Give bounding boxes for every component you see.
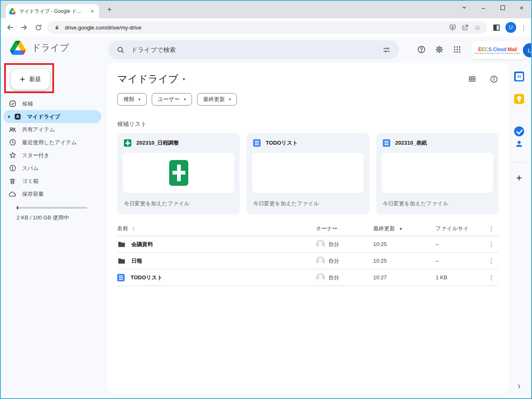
lock-icon [52, 23, 62, 32]
row-more-icon[interactable]: ⋮ [484, 257, 499, 265]
share-icon[interactable] [461, 23, 470, 32]
screenshot-root: マイドライブ - Google ドライブ × + – × drive.goo [0, 0, 532, 399]
sidebar-item-starred[interactable]: スター付き [1, 149, 101, 162]
window-maximize-button[interactable] [493, 1, 512, 14]
browser-tab-strip: マイドライブ - Google ドライブ × + – × [1, 1, 531, 18]
row-more-icon[interactable]: ⋮ [484, 241, 499, 248]
sidebar-item-storage[interactable]: 保存容量 [1, 187, 101, 200]
suggestion-card[interactable]: 202310_表紙 今日変更を加えたファイル [376, 133, 499, 214]
rail-divider [513, 162, 525, 163]
trash-icon [8, 177, 17, 185]
sidebar-item-my-drive[interactable]: マイドライブ [3, 110, 101, 123]
side-panel-icon[interactable] [491, 22, 501, 32]
annotation-red-box: + 新規 [4, 63, 54, 93]
docs-file-icon [117, 274, 125, 281]
tab-title: マイドライブ - Google ドライブ [19, 8, 86, 15]
sheets-file-icon [124, 139, 131, 147]
calendar-icon[interactable]: 31 [514, 71, 524, 81]
drive-app-name: ドライブ [32, 42, 69, 54]
window-minimize-button[interactable]: – [474, 1, 493, 14]
forward-icon[interactable] [19, 22, 29, 32]
window-close-button[interactable]: × [512, 1, 531, 14]
search-input[interactable]: ドライブで検索 [131, 46, 376, 54]
chevron-down-icon: ▾ [184, 97, 186, 101]
drive-favicon [9, 8, 16, 15]
table-row[interactable]: TODOリスト 自分 10:27 1 KB ⋮ [117, 269, 499, 286]
title-dropdown-icon[interactable]: ▾ [182, 76, 185, 82]
star-icon [8, 151, 17, 160]
browser-menu-icon[interactable]: ⋮ [520, 24, 527, 32]
table-row[interactable]: 日報 自分 10:25 – ⋮ [117, 253, 499, 269]
row-more-icon[interactable]: ⋮ [484, 274, 499, 281]
sidebar-item-recent[interactable]: 最近使用したアイテム [1, 136, 101, 149]
file-thumbnail [382, 153, 493, 193]
sidebar-nav: 候補 マイドライブ 共有アイテム 最近使用したアイテム [1, 97, 101, 200]
expand-caret-icon[interactable] [8, 115, 10, 118]
column-modified[interactable]: 最終更新 [373, 225, 395, 232]
keep-icon[interactable] [514, 94, 524, 104]
sort-descending-icon: ▼ [399, 227, 403, 231]
page-title: マイドライブ [117, 72, 178, 86]
docs-file-icon [253, 139, 261, 147]
drive-logo-icon [10, 41, 26, 55]
search-options-icon[interactable] [382, 45, 392, 55]
sidebar-item-spam[interactable]: スパム [1, 162, 101, 175]
owner-avatar [316, 240, 325, 249]
back-icon[interactable] [5, 22, 15, 32]
url-text: drive.google.com/drive/my-drive [65, 25, 445, 31]
header-more-icon[interactable]: ⋮ [484, 225, 499, 232]
browser-profile-avatar[interactable]: U [505, 22, 516, 33]
browser-toolbar: drive.google.com/drive/my-drive ☆ U ⋮ [1, 18, 531, 37]
suggestion-card[interactable]: 202310_日程調整 今日変更を加えたファイル [117, 133, 240, 214]
drive-search-bar[interactable]: ドライブで検索 [108, 40, 399, 59]
workspace-side-rail: 31 + › [507, 37, 531, 398]
sort-ascending-icon[interactable]: ↑ [132, 225, 135, 232]
column-size[interactable]: ファイルサイ [436, 225, 484, 232]
tasks-icon[interactable] [514, 126, 524, 136]
apps-grid-icon[interactable] [452, 44, 462, 54]
bookmark-star-icon[interactable]: ☆ [473, 23, 482, 32]
column-owner[interactable]: オーナー [316, 225, 373, 232]
folder-icon [117, 257, 126, 265]
suggestions-label: 候補リスト [117, 121, 499, 128]
collapse-panel-icon[interactable]: › [517, 382, 520, 390]
install-icon[interactable] [448, 23, 457, 32]
new-button[interactable]: + 新規 [11, 69, 50, 90]
filter-chip-modified[interactable]: 最終更新 ▾ [197, 93, 237, 106]
owner-avatar [316, 273, 325, 282]
main-content-panel: マイドライブ ▾ 種類 ▾ ユーザー ▾ [107, 63, 509, 392]
contacts-icon[interactable] [514, 139, 524, 149]
drive-logo-row[interactable]: ドライブ [10, 41, 69, 55]
tab-search-chevron-icon[interactable] [455, 1, 474, 14]
clock-icon [8, 138, 17, 147]
new-tab-button[interactable]: + [107, 6, 112, 13]
column-name[interactable]: 名前 [117, 225, 128, 232]
address-bar[interactable]: drive.google.com/drive/my-drive ☆ [47, 21, 487, 34]
file-thumbnail [123, 153, 234, 193]
search-icon [116, 45, 126, 55]
folder-icon [117, 240, 126, 249]
suggestion-cards: 202310_日程調整 今日変更を加えたファイル TODOリスト 今日変更を加え… [117, 133, 499, 214]
sidebar-item-suggested[interactable]: 候補 [1, 97, 101, 110]
storage-usage-text: 2 KB / 100 GB 使用中 [17, 214, 69, 222]
filter-chip-user[interactable]: ユーザー ▾ [152, 93, 192, 106]
info-icon[interactable] [489, 74, 499, 84]
table-row[interactable]: 会議資料 自分 10:25 – ⋮ [117, 236, 499, 253]
file-thumbnail [252, 153, 363, 193]
storage-progress-bar [17, 207, 87, 209]
reload-icon[interactable] [33, 22, 43, 32]
check-square-icon [8, 100, 17, 108]
help-icon[interactable] [416, 44, 426, 54]
grid-view-icon[interactable] [467, 74, 477, 84]
settings-gear-icon[interactable] [434, 44, 444, 54]
sidebar-item-trash[interactable]: ゴミ箱 [1, 175, 101, 187]
cloud-icon [8, 190, 17, 198]
docs-file-icon [383, 139, 390, 147]
get-addons-icon[interactable]: + [516, 174, 522, 182]
filter-chip-type[interactable]: 種類 ▾ [117, 93, 147, 106]
suggestion-card[interactable]: TODOリスト 今日変更を加えたファイル [246, 133, 369, 214]
chevron-down-icon: ▾ [138, 97, 140, 101]
tab-close-icon[interactable]: × [89, 8, 96, 15]
browser-tab[interactable]: マイドライブ - Google ドライブ × [6, 4, 99, 18]
sidebar-item-shared[interactable]: 共有アイテム [1, 123, 101, 136]
